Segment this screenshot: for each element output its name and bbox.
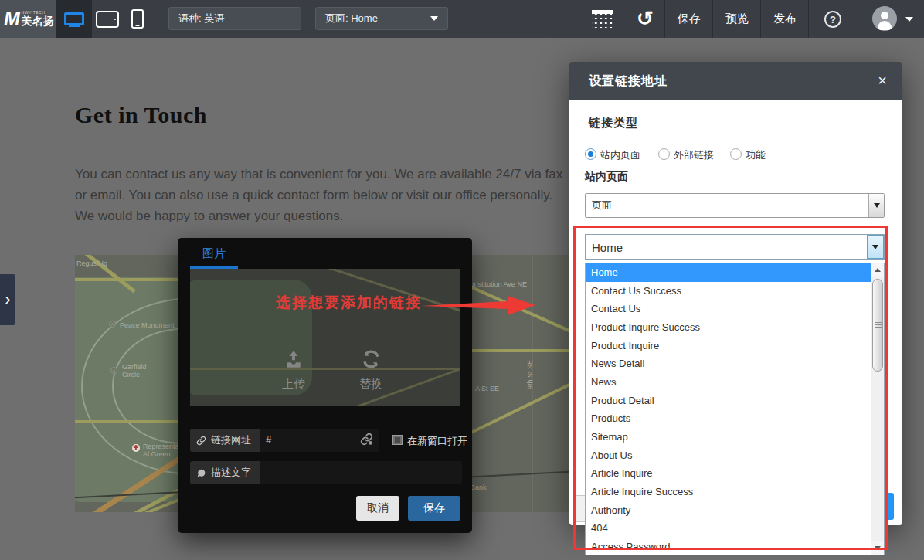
- scroll-up-button[interactable]: [871, 263, 884, 277]
- app-root: M NWY-TECH 美名扬 语种: 英语 页面: Home ↺ 保存 预览 发…: [0, 0, 924, 560]
- close-icon[interactable]: ×: [878, 71, 887, 90]
- option-item[interactable]: Contact Us Success: [586, 282, 884, 300]
- sidebar-expand-button[interactable]: ›: [0, 274, 15, 325]
- map-marker-icon: A: [110, 367, 117, 374]
- preview-button[interactable]: 预览: [714, 0, 760, 38]
- top-toolbar: M NWY-TECH 美名扬 语种: 英语 页面: Home ↺ 保存 预览 发…: [0, 0, 924, 38]
- option-item[interactable]: Products: [586, 409, 884, 428]
- save-button[interactable]: 保存: [408, 496, 460, 521]
- map-label: 9th St SE: [526, 360, 534, 389]
- radio-function-label[interactable]: 功能: [746, 148, 766, 162]
- option-item[interactable]: News: [586, 373, 884, 392]
- modal-header[interactable]: 设置链接地址 ×: [569, 62, 902, 100]
- page-paragraph: You can contact us any way that is conve…: [75, 164, 616, 226]
- select-dropdown-button[interactable]: [867, 235, 884, 259]
- save-button[interactable]: 保存: [666, 0, 712, 38]
- chevron-down-icon: [430, 16, 438, 21]
- desktop-icon: [64, 12, 84, 25]
- replace-button[interactable]: 替换: [340, 349, 402, 392]
- toolbar-divider: [760, 0, 761, 38]
- page-selector[interactable]: 页面: Home: [315, 7, 448, 30]
- image-editor-dialog: 图片 上传 替换: [178, 238, 472, 533]
- toolbar-divider: [808, 0, 809, 38]
- logo-mark-icon: M: [4, 9, 20, 29]
- scroll-down-button[interactable]: [871, 541, 884, 555]
- map-label: Garfield Circle: [122, 363, 147, 378]
- option-item[interactable]: News Detail: [586, 355, 884, 373]
- cancel-button[interactable]: 取消: [356, 496, 399, 521]
- upload-icon: [284, 349, 304, 369]
- map-label: Peace Monument: [120, 321, 175, 329]
- help-icon[interactable]: ?: [824, 11, 841, 28]
- chevron-down-icon: [874, 203, 880, 208]
- toolbar-divider: [664, 0, 665, 38]
- option-item[interactable]: Article Inquire Success: [586, 483, 884, 501]
- option-item[interactable]: About Us: [586, 446, 884, 465]
- phone-icon: [131, 9, 144, 29]
- page-selector-label: 页面: Home: [325, 12, 378, 25]
- chevron-right-icon: ›: [5, 290, 10, 310]
- map-label: A St SE: [475, 385, 499, 392]
- radio-site-page[interactable]: [585, 148, 596, 160]
- site-page-section-label: 站内页面: [585, 170, 628, 184]
- option-item[interactable]: Home: [586, 263, 884, 282]
- radio-external-link-label[interactable]: 外部链接: [674, 148, 714, 162]
- modal-title: 设置链接地址: [589, 73, 668, 90]
- toolbar-divider: [712, 0, 713, 38]
- language-selector[interactable]: 语种: 英语: [168, 7, 301, 30]
- link-type-label: 链接类型: [589, 116, 638, 131]
- speech-bubble-icon: [196, 468, 206, 478]
- scrollbar-thumb[interactable]: [872, 279, 883, 372]
- radio-function[interactable]: [730, 148, 742, 160]
- triangle-down-icon: [875, 546, 881, 550]
- chevron-down-icon: [872, 245, 878, 249]
- device-tablet-tab[interactable]: [92, 0, 123, 38]
- page-category-select[interactable]: 页面: [585, 193, 885, 218]
- page-select-value: Home: [592, 240, 623, 253]
- radio-site-page-label[interactable]: 站内页面: [600, 148, 640, 162]
- tab-image[interactable]: 图片: [202, 246, 226, 261]
- page-select[interactable]: Home: [585, 234, 885, 260]
- option-item[interactable]: Product Inquire: [586, 337, 884, 355]
- map-marker-icon: A: [109, 321, 116, 328]
- link-icon: [196, 436, 206, 446]
- link-settings-modal: 设置链接地址 × 链接类型 站内页面 外部链接 功能 站内页面 页面 Home: [569, 62, 902, 525]
- preview-map-road: [190, 368, 460, 370]
- map-label: Regus/Hq: [76, 260, 107, 267]
- tablet-icon: [96, 11, 119, 28]
- option-item[interactable]: Product Inquire Success: [586, 318, 884, 337]
- paragraph-line: or email. You can also use a quick conta…: [75, 185, 616, 205]
- replace-label: 替换: [340, 377, 402, 392]
- logo-brand: 美名扬: [22, 15, 54, 29]
- description-input[interactable]: [260, 461, 462, 484]
- select-dropdown-button[interactable]: [868, 194, 884, 217]
- map-label: Bank: [470, 484, 487, 491]
- annotation-arrow: [421, 294, 537, 318]
- option-item[interactable]: Article Inquire: [586, 464, 884, 483]
- option-item[interactable]: Access Password: [586, 538, 884, 556]
- modules-grid-icon[interactable]: [592, 10, 613, 28]
- radio-external-link[interactable]: [658, 148, 670, 160]
- option-item[interactable]: Sitemap: [586, 428, 884, 446]
- thumb-grip-icon: [875, 322, 882, 328]
- avatar[interactable]: [872, 6, 897, 31]
- open-new-window-label: 在新窗口打开: [407, 434, 467, 448]
- set-link-icon[interactable]: [360, 433, 373, 446]
- replace-icon: [361, 349, 382, 369]
- app-logo: M NWY-TECH 美名扬: [0, 0, 56, 38]
- option-item[interactable]: 404: [586, 519, 884, 538]
- option-item[interactable]: Contact Us: [586, 300, 884, 318]
- upload-button[interactable]: 上传: [263, 349, 324, 392]
- device-desktop-tab[interactable]: [56, 0, 92, 38]
- language-selector-label: 语种: 英语: [178, 12, 224, 25]
- scrollbar[interactable]: [871, 263, 884, 555]
- option-item[interactable]: Authority: [586, 501, 884, 520]
- history-icon[interactable]: ↺: [632, 5, 658, 32]
- modal-body: 链接类型 站内页面 外部链接 功能 站内页面 页面 Home Home Cont…: [569, 100, 902, 525]
- option-item[interactable]: Product Detail: [586, 392, 884, 410]
- device-phone-tab[interactable]: [123, 0, 152, 38]
- open-new-window-checkbox[interactable]: [392, 435, 403, 445]
- account-chevron-down-icon[interactable]: [905, 17, 913, 22]
- publish-button[interactable]: 发布: [762, 0, 808, 38]
- upload-label: 上传: [263, 377, 324, 392]
